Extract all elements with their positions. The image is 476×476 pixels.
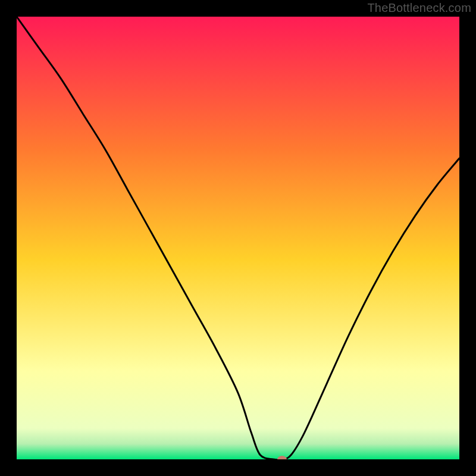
watermark-text: TheBottleneck.com <box>367 1 471 15</box>
bottleneck-curve <box>17 17 459 459</box>
optimum-marker <box>277 456 287 459</box>
chart-frame: TheBottleneck.com <box>0 0 476 476</box>
plot-area <box>17 17 459 459</box>
